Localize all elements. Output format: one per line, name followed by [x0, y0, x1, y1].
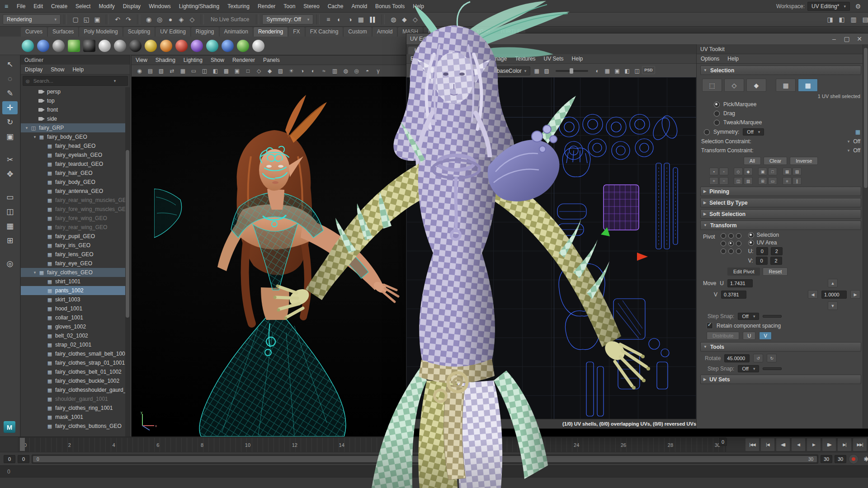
menu-texturing[interactable]: Texturing	[223, 3, 254, 9]
symmetry-dropdown[interactable]: Off ▾	[743, 128, 764, 136]
search-input[interactable]	[33, 78, 111, 84]
clear-selection-button[interactable]: Clear	[764, 157, 787, 165]
step-forward-frame-button[interactable]: ▶|	[837, 438, 852, 451]
current-frame-marker[interactable]	[20, 438, 25, 451]
distribute-u-button[interactable]: U	[743, 332, 755, 340]
select-border-icon[interactable]: ◫	[734, 177, 743, 185]
command-line[interactable]: 0	[0, 465, 868, 478]
convert-to-shell-icon[interactable]: ▦	[783, 168, 792, 175]
move-tool-icon[interactable]: ✛	[2, 101, 18, 114]
two-d-pan-zoom-icon[interactable]: ⇄	[167, 66, 177, 75]
standard-surface-icon[interactable]	[99, 40, 111, 52]
multisample-aa-icon[interactable]: ▥	[330, 66, 340, 75]
render-settings-icon[interactable]: ▦	[355, 14, 366, 25]
safe-title-icon[interactable]: □	[243, 66, 253, 75]
menu-show[interactable]: Show	[47, 66, 68, 73]
close-window-icon[interactable]: ✕	[854, 33, 865, 44]
select-ring-icon[interactable]: ∥	[793, 177, 802, 185]
anim-start-field[interactable]: 0	[4, 455, 15, 463]
menu-image[interactable]: Image	[488, 56, 511, 62]
outliner-item-fairy-grp[interactable]: ▾fairy_GRP	[21, 123, 130, 132]
undo-icon[interactable]: ↶	[112, 14, 123, 25]
attribute-editor-toggle-icon[interactable]: ◨	[825, 14, 835, 25]
outliner-item-fairy-fore-wing-geo[interactable]: fairy_fore_wing_GEO	[21, 214, 130, 223]
sky-dome-light-icon[interactable]	[206, 40, 218, 52]
outliner-item-fairy-clothes-strap-01-1001[interactable]: fairy_clothes_strap_01_1001	[21, 358, 130, 367]
menu-tools[interactable]: Tools	[467, 56, 488, 62]
vertex-mode-button[interactable]: ⬚	[702, 79, 722, 92]
use-all-lights-icon[interactable]: ☀	[286, 66, 297, 75]
section-transform[interactable]: ▼ Transform	[700, 221, 861, 230]
menu-shading[interactable]: Shading	[151, 57, 179, 63]
outliner-item-fairy-clothes-buckle-1002[interactable]: fairy_clothes_buckle_1002	[21, 376, 130, 385]
directional-light-icon[interactable]	[145, 40, 157, 52]
menu-file[interactable]: File	[13, 3, 29, 9]
move-step-field[interactable]: 1.0000	[821, 291, 847, 299]
move-left-button[interactable]: ◀	[808, 290, 818, 299]
outliner-item-gloves-1002[interactable]: gloves_1002	[21, 322, 130, 331]
frame-tick-4[interactable]: 4	[113, 442, 115, 448]
lambert-material-icon[interactable]	[114, 40, 126, 52]
menu-modify[interactable]: Modify	[94, 3, 118, 9]
chevron-down-icon[interactable]: ▾	[848, 139, 850, 144]
shelf-tab-fx-caching[interactable]: FX Caching	[306, 27, 343, 37]
snap-to-point-icon[interactable]: ●	[165, 14, 176, 25]
rotate-ccw-button[interactable]: ↺	[753, 354, 763, 362]
outliner-item-persp[interactable]: persp	[21, 87, 130, 96]
uv-canvas[interactable]	[406, 77, 696, 419]
pivot-selection-radio[interactable]	[748, 232, 754, 238]
outliner-item-fairy-lens-geo[interactable]: fairy_lens_GEO	[21, 250, 130, 259]
film-gate-icon[interactable]: ▭	[189, 66, 199, 75]
menu-render[interactable]: Render	[254, 3, 279, 9]
motion-blur-icon[interactable]: ≈	[319, 66, 329, 75]
menu-help[interactable]: Help	[723, 56, 743, 62]
resolution-gate-icon[interactable]: ◫	[199, 66, 210, 75]
outliner-item-shoulder-gaurd-1001[interactable]: shoulder_gaurd_1001	[21, 394, 130, 404]
menu-view[interactable]: View	[132, 57, 151, 63]
gamma-icon[interactable]: γ	[373, 66, 383, 75]
exposure-icon[interactable]: ◓	[362, 66, 373, 75]
outliner-item-fairy-eye-geo[interactable]: fairy_eye_GEO	[21, 259, 130, 268]
playback-start-field[interactable]: 0	[18, 455, 29, 463]
menu-renderer[interactable]: Renderer	[228, 57, 259, 63]
frame-tick-28[interactable]: 28	[668, 442, 673, 448]
outliner-item-fairy-clothes-small-belt-1002[interactable]: fairy_clothes_small_belt_1002	[21, 349, 130, 358]
menu-textures[interactable]: Textures	[511, 56, 539, 62]
time-slider-ticks[interactable]: 024681012141618202224262830	[18, 437, 726, 452]
section-soft-selection[interactable]: ▶ Soft Selection	[700, 209, 861, 219]
pivot-radio[interactable]	[728, 249, 734, 254]
menu-bonus-tools[interactable]: Bonus Tools	[371, 3, 409, 9]
safe-action-icon[interactable]: ▣	[232, 66, 242, 75]
tool-settings-toggle-icon[interactable]: ◧	[836, 14, 847, 25]
pivot-u-max-field[interactable]: 2	[771, 247, 783, 255]
auto-keyframe-toggle[interactable]	[849, 454, 859, 464]
texture-selector[interactable]: fairy_clothes_baseColor ▾	[450, 66, 530, 75]
rotate-uv-ccw-icon[interactable]: ↺	[429, 66, 439, 76]
ipr-render-icon[interactable]: ◑	[344, 14, 355, 25]
flip-u-icon[interactable]: ⇄	[409, 66, 419, 76]
select-connected-icon[interactable]: ⊞	[758, 177, 767, 185]
scale-tool-icon[interactable]: ▣	[2, 130, 18, 143]
uv-editor-title-bar[interactable]: UV Editor –▢✕	[406, 33, 868, 45]
physical-sky-icon[interactable]	[222, 40, 234, 52]
rotate-cw-button[interactable]: ↻	[767, 354, 777, 362]
outliner-item-collar-1001[interactable]: collar_1001	[21, 313, 130, 322]
shrink-selection-icon[interactable]: －	[719, 177, 728, 185]
save-scene-icon[interactable]: ▣	[92, 14, 103, 25]
outliner-item-fairy-body-geo[interactable]: ▾fairy_body_GEO	[21, 132, 130, 141]
move-u-field[interactable]: 1.7431	[727, 279, 753, 287]
blinn-material-icon[interactable]	[129, 40, 142, 52]
convert-to-shell-border-icon[interactable]: ▨	[793, 168, 802, 175]
outliner-item-fairy-hair-geo[interactable]: fairy_hair_GEO	[21, 169, 130, 178]
select-tool-icon[interactable]: ↖	[2, 58, 18, 71]
menu-display[interactable]: Display	[21, 66, 47, 73]
section-uv-sets[interactable]: ▶ UV Sets	[700, 375, 861, 384]
shelf-tab-poly-modeling[interactable]: Poly Modeling	[79, 27, 122, 37]
animation-preferences-icon[interactable]: ✱	[861, 454, 868, 465]
outliner-item-fairy-clothes-geo[interactable]: ▾fairy_clothes_GEO	[21, 268, 130, 277]
toon-shader-icon[interactable]	[237, 40, 249, 52]
move-right-button[interactable]: ▶	[850, 290, 860, 299]
make-live-icon[interactable]: ◇	[187, 14, 198, 25]
go-to-end-button[interactable]: ▶▶|	[853, 438, 867, 451]
frame-tick-8[interactable]: 8	[201, 442, 203, 448]
